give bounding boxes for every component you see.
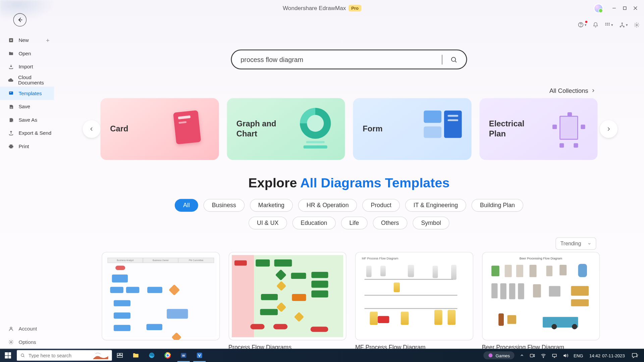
filter-tag-product[interactable]: Product <box>362 199 399 212</box>
import-icon <box>8 64 14 69</box>
add-icon[interactable]: + <box>46 37 50 44</box>
carousel-next-button[interactable] <box>600 120 618 138</box>
svg-rect-24 <box>117 353 119 355</box>
help-button[interactable]: ▾ <box>578 22 586 28</box>
filter-tag-hr-operation[interactable]: HR & Operation <box>298 199 357 212</box>
taskbar-file-explorer[interactable] <box>128 349 144 362</box>
minimize-button[interactable] <box>609 3 620 13</box>
filter-tag-it-engineering[interactable]: IT & Engineering <box>405 199 466 212</box>
filter-tag-ui-ux[interactable]: UI & UX <box>249 217 287 229</box>
filter-tag-others[interactable]: Others <box>373 217 408 229</box>
svg-rect-37 <box>530 354 533 357</box>
sidebar-item-cloud-documents[interactable]: Cloud Documents <box>0 73 54 87</box>
svg-rect-9 <box>605 24 606 25</box>
tray-clock[interactable]: 14:4207-11-2023 <box>586 353 628 358</box>
secondary-toolbar: ▾ ▾ ▾ <box>578 19 640 30</box>
taskbar-search-input[interactable] <box>29 353 90 358</box>
search-box[interactable] <box>231 50 467 69</box>
maximize-button[interactable] <box>619 3 630 13</box>
carousel-prev-button[interactable] <box>83 120 101 138</box>
sidebar-label: Open <box>18 51 31 56</box>
print-icon <box>8 144 14 149</box>
folder-icon <box>8 51 14 56</box>
sidebar-label: Export & Send <box>18 130 51 136</box>
apps-grid-icon[interactable]: ▾ <box>605 22 613 27</box>
sidebar-item-new[interactable]: New + <box>0 34 54 47</box>
cloud-icon <box>8 77 14 83</box>
filter-tag-all[interactable]: All <box>175 199 198 212</box>
category-label: Card <box>110 124 128 134</box>
svg-point-32 <box>166 354 169 357</box>
category-form[interactable]: Form <box>353 98 471 160</box>
card-illustration-icon <box>169 108 209 150</box>
sidebar-item-options[interactable]: Options <box>0 336 54 349</box>
tray-language[interactable]: ENG <box>571 353 586 358</box>
save-icon <box>8 104 14 109</box>
filter-tag-symbol[interactable]: Symbol <box>413 217 449 229</box>
tray-games[interactable]: Games <box>481 351 517 359</box>
close-button[interactable] <box>630 3 641 13</box>
tray-wifi-icon[interactable] <box>538 353 549 358</box>
svg-text:W: W <box>182 354 185 357</box>
start-button[interactable] <box>0 349 16 362</box>
sidebar-label: Cloud Documents <box>18 75 54 85</box>
tray-network-icon[interactable] <box>549 353 560 358</box>
svg-point-5 <box>581 26 581 26</box>
tray-show-hidden[interactable] <box>517 353 527 358</box>
template-mf-process-flow[interactable]: MF Process Flow Diagram <box>355 252 473 349</box>
windows-taskbar: W Games ENG 14:4207-11-2023 7 <box>0 349 644 362</box>
sidebar-label: Options <box>18 340 36 345</box>
sidebar-item-export[interactable]: Export & Send <box>0 126 54 140</box>
template-card[interactable]: Business AnalystBusiness OwnerPM Committ… <box>102 252 219 349</box>
taskbar-word[interactable]: W <box>176 349 192 362</box>
user-avatar[interactable] <box>594 4 603 13</box>
user-icon <box>8 326 14 331</box>
sidebar-item-save[interactable]: Save <box>0 100 54 113</box>
template-beer-processing-flow[interactable]: Beer Processing Flow Diagram <box>482 252 600 349</box>
sidebar-item-save-as[interactable]: Save As <box>0 113 54 127</box>
svg-point-13 <box>620 26 621 27</box>
all-collections-link[interactable]: All Collections <box>549 87 595 94</box>
electrical-illustration-icon <box>548 108 588 150</box>
taskbar-edrawmax[interactable] <box>192 349 207 362</box>
plus-square-icon <box>8 38 14 43</box>
category-card[interactable]: Card <box>100 98 219 160</box>
back-button[interactable] <box>13 13 27 27</box>
sidebar-item-open[interactable]: Open <box>0 47 54 60</box>
category-electrical-plan[interactable]: Electrical Plan <box>479 98 598 160</box>
search-icon[interactable] <box>450 56 457 63</box>
tray-volume-icon[interactable] <box>560 353 571 358</box>
taskbar-search[interactable] <box>17 350 112 361</box>
taskbar-task-view[interactable] <box>112 349 128 362</box>
sort-value: Trending <box>560 240 581 246</box>
taskbar-edge[interactable] <box>144 349 160 362</box>
search-icon <box>20 353 25 358</box>
tray-notifications[interactable]: 7 <box>628 352 644 359</box>
template-process-flow-diagrams[interactable]: Process Flow Diagrams <box>228 252 346 349</box>
sidebar-item-account[interactable]: Account <box>0 322 54 336</box>
filter-tag-business[interactable]: Business <box>204 199 245 212</box>
taskbar-chrome[interactable] <box>160 349 175 362</box>
sidebar-item-templates[interactable]: Templates <box>0 86 54 100</box>
sidebar-item-print[interactable]: Print <box>0 140 54 153</box>
tray-meet-now-icon[interactable] <box>527 353 538 358</box>
filter-tag-building-plan[interactable]: Building Plan <box>472 199 523 212</box>
filter-tag-marketing[interactable]: Marketing <box>250 199 293 212</box>
template-title: Process Flow Diagrams <box>228 344 346 349</box>
filter-tag-education[interactable]: Education <box>292 217 335 229</box>
sidebar-label: New <box>18 38 29 43</box>
settings-gear-icon[interactable] <box>634 22 640 27</box>
sidebar: New + Open Import Cloud Documents Templa… <box>0 34 54 349</box>
sort-dropdown[interactable]: Trending <box>555 237 596 250</box>
search-input[interactable] <box>240 56 442 63</box>
category-graph-chart[interactable]: Graph and Chart <box>227 98 345 160</box>
svg-rect-6 <box>605 22 606 23</box>
chevron-right-icon <box>591 88 595 93</box>
template-thumbnail: Business AnalystBusiness OwnerPM Committ… <box>102 252 219 341</box>
filter-tags-row-1: All Business Marketing HR & Operation Pr… <box>54 199 644 212</box>
filter-tag-life[interactable]: Life <box>341 217 367 229</box>
share-icon[interactable]: ▾ <box>619 22 628 27</box>
sidebar-item-import[interactable]: Import <box>0 60 54 73</box>
notification-bell-icon[interactable] <box>593 22 598 27</box>
svg-point-36 <box>489 353 493 357</box>
